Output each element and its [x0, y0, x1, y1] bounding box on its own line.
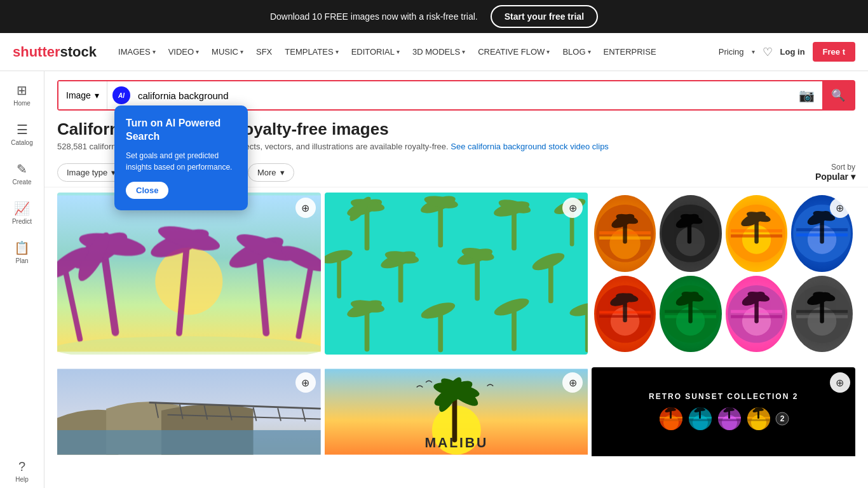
nav-templates[interactable]: TEMPLATES ▾ [280, 43, 343, 60]
chevron-down-icon: ▾ [240, 48, 243, 55]
chevron-down-icon: ▾ [153, 48, 156, 55]
circle-grid [592, 193, 855, 355]
zoom-icon: ⊕ [836, 377, 844, 389]
svg-text:MALIBU: MALIBU [424, 435, 488, 450]
sidebar-label-predict: Predict [12, 218, 32, 225]
circle-7 [726, 276, 787, 353]
image-card-2[interactable]: ⊕ [325, 193, 588, 355]
more-filter-label: More [257, 168, 276, 177]
catalog-icon: ☰ [17, 122, 28, 137]
ai-search-icon[interactable]: AI [112, 86, 130, 104]
retro-suns: 2 [658, 406, 789, 431]
heart-icon[interactable]: ♡ [763, 45, 773, 59]
image-card-3[interactable]: ⊕ [592, 193, 855, 355]
camera-icon[interactable]: 📷 [791, 88, 822, 103]
circle-2 [660, 195, 721, 272]
sort-chevron-icon: ▾ [851, 172, 855, 182]
search-type-select[interactable]: Image ▾ [58, 81, 107, 109]
svg-rect-38 [337, 257, 341, 299]
search-button[interactable]: 🔍 [822, 81, 854, 109]
main-content: Image ▾ AI 📷 🔍 Turn on AI Powered Search… [44, 71, 868, 488]
main-layout: ⊞ Home ☰ Catalog ✎ Create 📈 Predict 📋 Pl… [0, 71, 868, 488]
svg-rect-132 [689, 419, 712, 421]
sort-label: Sort by [831, 163, 855, 172]
chevron-down-icon: ▾ [546, 48, 550, 55]
chevron-down-icon: ▾ [336, 48, 339, 55]
sidebar-label-help: Help [15, 476, 29, 483]
sidebar-item-help[interactable]: ? Help [3, 454, 41, 488]
nav-3d[interactable]: 3D MODELS ▾ [407, 43, 470, 60]
svg-point-1 [155, 248, 222, 315]
image-card-4[interactable]: ⊕ [57, 367, 321, 459]
create-icon: ✎ [17, 161, 27, 177]
sidebar-item-home[interactable]: ⊞ Home [3, 78, 41, 112]
nav-sfx[interactable]: SFX [251, 43, 277, 60]
sidebar-item-plan[interactable]: 📋 Plan [3, 235, 41, 269]
svg-rect-104 [57, 430, 321, 455]
pricing-link[interactable]: Pricing [719, 47, 744, 57]
nav-images[interactable]: IMAGES ▾ [113, 43, 161, 60]
nav-video[interactable]: VIDEO ▾ [163, 43, 204, 60]
svg-rect-146 [747, 419, 770, 421]
select-chevron: ▾ [95, 90, 99, 100]
image-card-1[interactable]: ⊕ [57, 193, 321, 355]
ai-tooltip-close-button[interactable]: Close [126, 182, 168, 199]
login-button[interactable]: Log in [780, 47, 805, 57]
search-area: Image ▾ AI 📷 🔍 Turn on AI Powered Search… [44, 80, 868, 111]
video-clips-link[interactable]: See california background stock video cl… [451, 142, 609, 151]
nav-enterprise[interactable]: ENTERPRISE [599, 43, 661, 60]
svg-rect-45 [512, 307, 517, 351]
circle-5 [594, 276, 656, 353]
sort-value-text: Popular [815, 172, 848, 182]
sidebar-item-create[interactable]: ✎ Create [3, 156, 41, 191]
svg-rect-125 [660, 419, 682, 421]
nav-editorial[interactable]: EDITORIAL ▾ [346, 43, 405, 60]
sidebar-item-catalog[interactable]: ☰ Catalog [3, 117, 41, 151]
zoom-button-3[interactable]: ⊕ [830, 198, 850, 218]
image-placeholder-2 [325, 193, 588, 355]
free-button[interactable]: Free t [813, 42, 855, 62]
sort-value[interactable]: Popular ▾ [815, 172, 855, 182]
logo[interactable]: shutterstock [13, 44, 97, 60]
image-type-filter-label: Image type [67, 168, 107, 177]
svg-rect-33 [475, 257, 480, 301]
chevron-down-icon: ▾ [280, 168, 285, 177]
nav-blog[interactable]: BLOG ▾ [557, 43, 595, 60]
zoom-button-4[interactable]: ⊕ [295, 372, 316, 393]
image-grid-row2: ⊕ [44, 367, 868, 471]
zoom-button-1[interactable]: ⊕ [295, 198, 316, 218]
svg-text:2: 2 [780, 414, 784, 423]
svg-rect-18 [364, 208, 369, 251]
more-filter[interactable]: More ▾ [248, 163, 294, 182]
image-card-5[interactable]: MALIBU ⊕ [325, 367, 588, 459]
sidebar-item-predict[interactable]: 📈 Predict [3, 196, 41, 230]
nav-music[interactable]: MUSIC ▾ [207, 43, 248, 60]
zoom-icon: ⊕ [569, 377, 577, 389]
chevron-down-icon: ▾ [196, 48, 199, 55]
circle-3 [726, 195, 787, 272]
predict-icon: 📈 [14, 201, 30, 216]
logo-text: shutterstock [13, 44, 97, 60]
svg-rect-40 [364, 309, 369, 352]
top-banner: Download 10 FREE images now with a risk-… [0, 0, 868, 33]
zoom-button-6[interactable]: ⊕ [830, 372, 850, 393]
image-placeholder-1 [57, 193, 321, 355]
image-card-6[interactable]: RETRO SUNSET COLLECTION 2 2 [592, 367, 855, 459]
zoom-icon: ⊕ [569, 202, 577, 214]
svg-rect-47 [585, 309, 588, 353]
header: shutterstock IMAGES ▾ VIDEO ▾ MUSIC ▾ SF… [0, 33, 868, 71]
image-grid-row1: ⊕ [44, 193, 868, 367]
svg-rect-25 [512, 209, 517, 251]
zoom-icon: ⊕ [301, 202, 309, 214]
zoom-icon: ⊕ [836, 202, 844, 214]
sidebar-label-catalog: Catalog [11, 139, 32, 146]
svg-rect-139 [718, 419, 741, 421]
retro-image: RETRO SUNSET COLLECTION 2 2 [592, 367, 855, 456]
circle-1 [594, 195, 656, 272]
coastline-image [57, 367, 321, 456]
trial-button[interactable]: Start your free trial [491, 5, 598, 28]
nav-creative-flow[interactable]: CREATIVE FLOW ▾ [473, 43, 555, 60]
chevron-down-icon: ▾ [462, 48, 465, 55]
ai-tooltip-description: Set goals and get predicted insights bas… [126, 150, 236, 173]
chevron-down-icon: ▾ [588, 48, 591, 55]
